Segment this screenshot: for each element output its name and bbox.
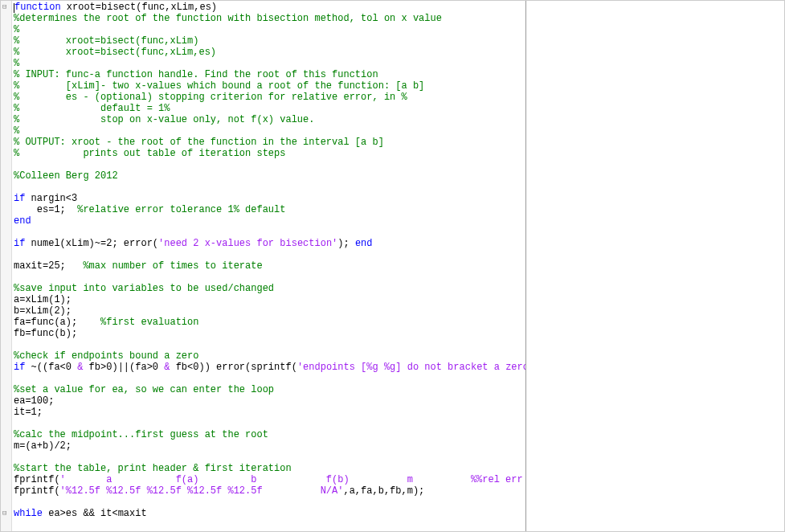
code-line: if numel(xLim)~=2; error('need 2 x-value… <box>14 238 524 249</box>
code-line: %save input into variables to be used/ch… <box>14 283 524 294</box>
code-line: % xroot=bisect(func,xLim) <box>14 35 524 47</box>
code-line: maxit=25; %max number of times to iterat… <box>14 260 524 272</box>
code-line: % stop on x-value only, not f(x) value. <box>14 114 524 125</box>
code-line <box>14 159 524 170</box>
code-line: es=1; %relative error tolerance 1% defau… <box>14 204 524 215</box>
right-pane <box>526 1 784 531</box>
code-line <box>14 182 524 193</box>
fold-gutter: ⊟ ⊟ <box>1 1 12 531</box>
code-line: % [xLim]- two x-values which bound a roo… <box>14 80 524 92</box>
code-line: %calc the midpoint...first guess at the … <box>14 429 524 440</box>
fold-icon-top[interactable]: ⊟ <box>2 2 6 13</box>
code-line: % <box>14 125 524 137</box>
code-line: % es - (optional) stopping criterion for… <box>14 92 524 103</box>
code-line <box>14 418 524 429</box>
code-line: if ~((fa<0 & fb>0)||(fa>0 & fb<0)) error… <box>14 362 524 373</box>
code-line: m=(a+b)/2; <box>14 440 524 452</box>
code-line: % INPUT: func-a function handle. Find th… <box>14 69 524 80</box>
code-line: %set a value for ea, so we can enter the… <box>14 384 524 395</box>
code-editor[interactable]: function xroot=bisect(func,xLim,es)%dete… <box>12 1 526 531</box>
code-line: a=xLim(1); <box>14 294 524 305</box>
code-line <box>14 272 524 283</box>
code-line: fprintf('%12.5f %12.5f %12.5f %12.5f %12… <box>14 485 524 497</box>
code-line: it=1; <box>14 407 524 418</box>
code-line: fa=func(a); %first evaluation <box>14 317 524 328</box>
code-line: fb=func(b); <box>14 328 524 339</box>
code-line <box>14 452 524 463</box>
code-line: while ea>es && it<maxit <box>14 508 524 519</box>
code-line: % default = 1% <box>14 103 524 114</box>
code-line: %check if endpoints bound a zero <box>14 350 524 362</box>
code-line: % xroot=bisect(func,xLim,es) <box>14 47 524 58</box>
code-line: % OUTPUT: xroot - the root of the functi… <box>14 137 524 148</box>
code-line <box>14 227 524 238</box>
code-line: ea=100; <box>14 395 524 407</box>
code-line: fprintf(' a f(a) b f(b) m %%rel err in x… <box>14 474 524 485</box>
fold-icon-bottom[interactable]: ⊟ <box>2 508 6 519</box>
code-line: %start the table, print header & first i… <box>14 463 524 474</box>
code-line: %determines the root of the function wit… <box>14 13 524 24</box>
code-line: % prints out table of iteration steps <box>14 148 524 159</box>
code-line <box>14 497 524 508</box>
code-line: if nargin<3 <box>14 193 524 204</box>
editor-container: ⊟ ⊟ function xroot=bisect(func,xLim,es)%… <box>0 0 785 532</box>
code-line: function xroot=bisect(func,xLim,es) <box>14 2 524 13</box>
code-line: b=xLim(2); <box>14 305 524 317</box>
code-line <box>14 249 524 260</box>
code-line <box>14 339 524 350</box>
code-line: %Colleen Berg 2012 <box>14 170 524 182</box>
code-line: end <box>14 215 524 227</box>
code-line <box>14 373 524 384</box>
code-line: % <box>14 24 524 35</box>
code-line: % <box>14 58 524 69</box>
